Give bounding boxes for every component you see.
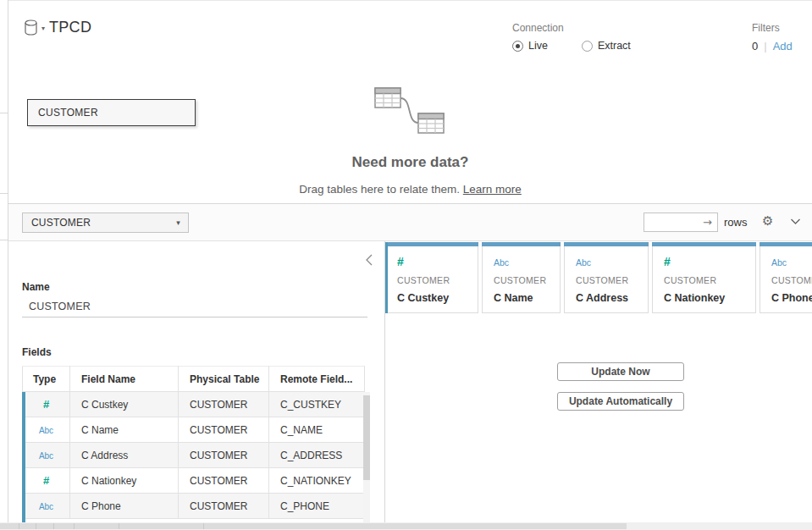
update-automatically-button[interactable]: Update Automatically <box>557 392 684 411</box>
column-type-icon: # <box>397 255 404 268</box>
column-table-name: CUSTOMER <box>494 275 560 285</box>
scrollbar-segment <box>203 523 204 529</box>
physical-table-cell: CUSTOMER <box>179 468 269 494</box>
left-pane-divider <box>0 193 8 194</box>
remote-field-cell: C_NAME <box>269 417 365 443</box>
learn-more-link[interactable]: Learn more <box>463 183 522 196</box>
grid-column-header[interactable]: # CUSTOMER C Nationkey <box>652 242 756 313</box>
database-icon <box>24 19 38 36</box>
name-field-underline <box>22 317 367 317</box>
scrollbar-segment <box>53 523 54 529</box>
chevron-down-icon[interactable] <box>790 218 801 225</box>
field-name-cell: C Nationkey <box>70 468 179 494</box>
remote-field-cell: C_PHONE <box>269 494 365 519</box>
rows-label: rows <box>724 216 747 229</box>
radio-label: Live <box>528 40 548 52</box>
apply-rows-arrow-icon[interactable]: → <box>703 216 717 229</box>
tableau-datasource-page: ▾ TPCD Connection Live Extract Filters 0… <box>0 0 812 530</box>
grid-column-header[interactable]: # CUSTOMER C Custkey <box>385 242 478 313</box>
field-name-cell: C Phone <box>70 494 179 519</box>
fields-table: Type Field Name Physical Table Remote Fi… <box>22 366 365 519</box>
empty-state-subtitle: Drag tables here to relate them. Learn m… <box>8 183 812 196</box>
table-selector-dropdown[interactable]: CUSTOMER ▾ <box>22 213 189 233</box>
column-table-name: CUSTOMER <box>576 275 648 285</box>
field-row[interactable]: # C Nationkey CUSTOMER C_NATIONKEY <box>23 468 365 494</box>
column-field-name: C Nationkey <box>664 292 755 304</box>
drag-hint-text: Drag tables here to relate them. <box>299 183 460 196</box>
field-row[interactable]: Abc C Name CUSTOMER C_NAME <box>23 417 365 443</box>
scrollbar-segment <box>74 523 75 529</box>
fields-row-accent-bar <box>22 392 25 522</box>
fields-scrollbar-thumb[interactable] <box>363 395 370 480</box>
field-name-cell: C Name <box>70 417 179 443</box>
column-type-icon: Abc <box>771 257 787 268</box>
horizontal-scrollbar-track <box>0 522 812 530</box>
horizontal-scrollbar-thumb[interactable] <box>0 523 627 529</box>
field-type-icon: Abc <box>39 451 53 461</box>
field-row[interactable]: # C Custkey CUSTOMER C_CUSTKEY <box>23 392 365 417</box>
fields-label: Fields <box>22 346 52 358</box>
remote-field-cell: C_CUSTKEY <box>269 392 365 417</box>
connection-live-radio[interactable]: Live <box>512 40 548 52</box>
update-now-button[interactable]: Update Now <box>557 362 684 381</box>
connection-radio-group: Live Extract <box>512 40 631 52</box>
name-label: Name <box>22 281 50 293</box>
grid-column-header[interactable]: Abc CUSTOMER C Phone <box>760 242 812 313</box>
tables-relation-illustration <box>364 81 474 141</box>
scrollbar-segment <box>36 523 36 529</box>
field-row[interactable]: Abc C Address CUSTOMER C_ADDRESS <box>23 443 365 468</box>
left-pane-divider <box>0 113 8 113</box>
top-border <box>0 0 812 1</box>
datasource-menu-button[interactable]: ▾ <box>24 19 45 36</box>
fields-scrollbar-track <box>363 392 370 522</box>
radio-label: Extract <box>598 40 631 52</box>
table-icon <box>375 88 400 108</box>
filters-add-link[interactable]: Add <box>773 40 793 52</box>
datasource-title[interactable]: TPCD <box>49 19 91 36</box>
column-field-name: C Phone <box>771 292 812 304</box>
customer-table-chip[interactable]: CUSTOMER <box>27 99 196 126</box>
connection-label: Connection <box>512 22 631 34</box>
grid-toolbar: CUSTOMER ▾ → rows ⚙ <box>8 204 812 241</box>
field-type-icon: Abc <box>39 426 53 435</box>
chevron-down-icon: ▾ <box>176 218 180 227</box>
rows-limit-box: → <box>644 213 718 232</box>
field-name-cell: C Address <box>70 443 179 468</box>
connection-extract-radio[interactable]: Extract <box>582 40 631 52</box>
fields-col-field-name: Field Name <box>70 367 179 392</box>
physical-table-cell: CUSTOMER <box>179 443 269 468</box>
rows-limit-input[interactable] <box>644 213 703 231</box>
filters-section: Filters 0 | Add <box>752 22 793 52</box>
physical-table-cell: CUSTOMER <box>179 494 269 519</box>
gear-icon[interactable]: ⚙ <box>762 213 773 229</box>
remote-field-cell: C_ADDRESS <box>269 443 365 468</box>
physical-table-cell: CUSTOMER <box>179 392 269 417</box>
column-field-name: C Custkey <box>397 292 478 304</box>
column-field-name: C Name <box>494 292 560 304</box>
field-type-icon: # <box>43 474 49 487</box>
name-value-field[interactable]: CUSTOMER <box>29 301 91 312</box>
fields-col-physical-table: Physical Table <box>179 367 269 392</box>
column-type-icon: # <box>664 255 671 268</box>
column-field-name: C Address <box>576 292 648 304</box>
field-type-icon: # <box>43 398 49 411</box>
remote-field-cell: C_NATIONKEY <box>269 468 365 494</box>
grid-column-header[interactable]: Abc CUSTOMER C Address <box>564 242 649 313</box>
table-selector-value: CUSTOMER <box>31 217 91 229</box>
field-row[interactable]: Abc C Phone CUSTOMER C_PHONE <box>23 494 365 519</box>
physical-table-cell: CUSTOMER <box>179 417 269 443</box>
field-name-cell: C Custkey <box>70 392 179 417</box>
collapse-panel-icon[interactable] <box>365 253 373 267</box>
filters-count: 0 <box>752 40 758 52</box>
relation-noodle <box>400 98 418 123</box>
table-icon <box>418 113 444 133</box>
grid-column-header[interactable]: Abc CUSTOMER C Name <box>482 242 561 313</box>
chevron-down-icon: ▾ <box>41 25 45 32</box>
fields-col-remote-field: Remote Field... <box>269 367 365 392</box>
filters-label: Filters <box>752 22 793 34</box>
data-grid-panel: # CUSTOMER C Custkey Abc CUSTOMER C Name… <box>385 241 812 522</box>
column-type-icon: Abc <box>494 257 509 268</box>
scrollbar-segment <box>19 523 19 529</box>
empty-state-title: Need more data? <box>8 154 812 171</box>
column-table-name: CUSTOMER <box>397 275 478 285</box>
